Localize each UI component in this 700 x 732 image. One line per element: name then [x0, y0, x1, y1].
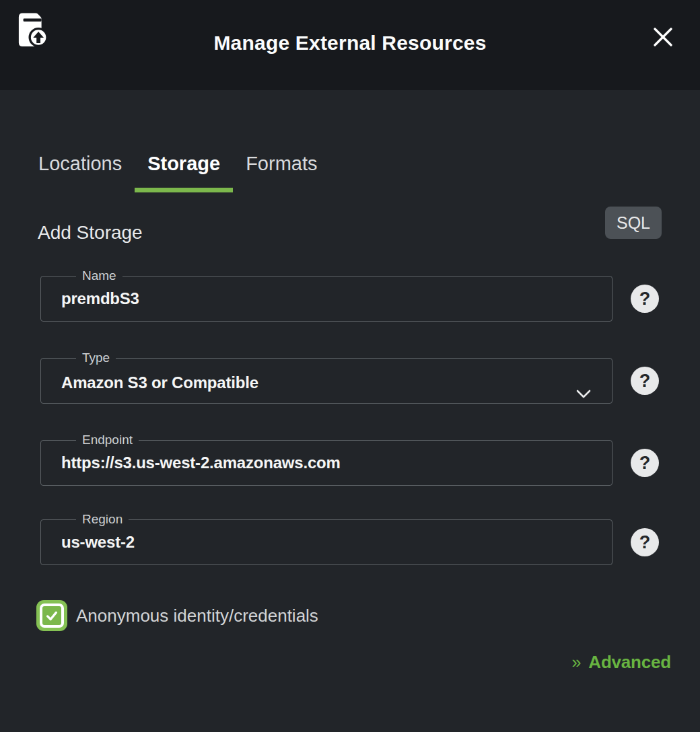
type-select[interactable]: Type Amazon S3 or Compatible: [40, 351, 612, 404]
region-input[interactable]: [61, 533, 559, 552]
region-field: Region: [40, 512, 612, 565]
name-field-label: Name: [76, 268, 123, 283]
name-field: Name: [40, 268, 612, 322]
anonymous-credentials-checkbox[interactable]: Anonymous identity/credentials: [36, 600, 318, 631]
region-help-icon[interactable]: ?: [631, 528, 659, 556]
question-mark-glyph: ?: [639, 532, 651, 553]
type-help-icon[interactable]: ?: [631, 367, 659, 395]
name-help-icon[interactable]: ?: [631, 285, 659, 313]
tab-storage[interactable]: Storage: [135, 148, 233, 192]
type-selected-value: Amazon S3 or Compatible: [61, 373, 612, 392]
endpoint-input[interactable]: [61, 453, 559, 472]
close-icon[interactable]: [651, 25, 675, 49]
question-mark-glyph: ?: [639, 371, 651, 392]
type-field-label: Type: [76, 351, 116, 365]
endpoint-help-icon[interactable]: ?: [631, 449, 659, 477]
question-mark-glyph: ?: [639, 289, 651, 309]
manage-external-resources-dialog: Manage External Resources Locations Stor…: [0, 0, 700, 732]
dialog-title: Manage External Resources: [0, 32, 700, 54]
endpoint-field: Endpoint: [40, 433, 612, 486]
name-input[interactable]: [61, 289, 559, 308]
tab-bar: Locations Storage Formats: [26, 148, 330, 192]
checkbox-box: [36, 600, 67, 631]
advanced-toggle[interactable]: » Advanced: [571, 652, 671, 673]
dialog-header: Manage External Resources: [0, 0, 700, 90]
type-field-row: Type Amazon S3 or Compatible ?: [0, 351, 700, 412]
section-title: Add Storage: [38, 222, 143, 244]
sql-button[interactable]: SQL: [605, 207, 662, 239]
chevron-down-icon: [575, 390, 592, 402]
region-field-row: Region ?: [0, 512, 700, 574]
name-field-row: Name ?: [0, 268, 700, 330]
tab-formats[interactable]: Formats: [233, 148, 330, 192]
endpoint-field-label: Endpoint: [76, 433, 139, 447]
advanced-label: Advanced: [588, 652, 671, 673]
checkbox-label: Anonymous identity/credentials: [76, 606, 318, 626]
tab-locations[interactable]: Locations: [26, 148, 135, 192]
endpoint-field-row: Endpoint ?: [0, 433, 700, 495]
double-chevron-right-icon: »: [571, 654, 581, 671]
region-field-label: Region: [76, 512, 129, 527]
question-mark-glyph: ?: [639, 453, 651, 474]
checkmark-icon: [40, 603, 64, 628]
